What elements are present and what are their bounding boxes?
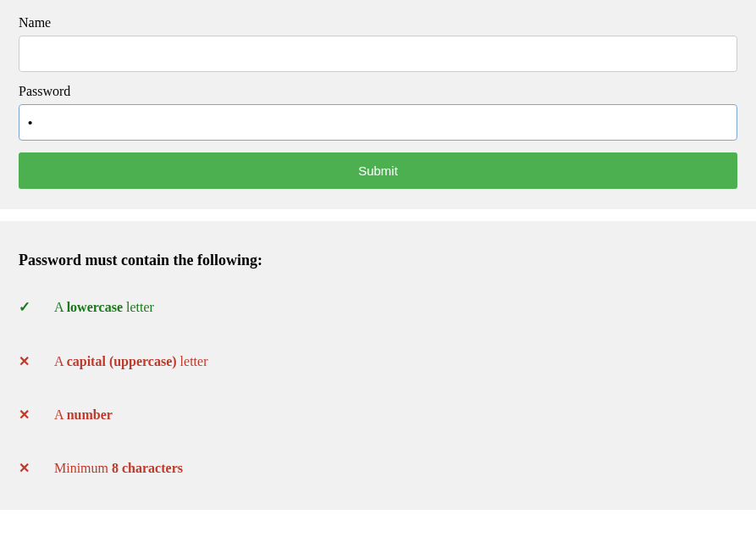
rules-list: ✓A lowercase letter✕A capital (uppercase…: [19, 298, 737, 476]
rule-item: ✕Minimum 8 characters: [19, 460, 737, 476]
rule-item: ✓A lowercase letter: [19, 298, 737, 316]
cross-icon: ✕: [19, 353, 54, 369]
submit-button[interactable]: Submit: [19, 152, 737, 189]
password-rules-panel: Password must contain the following: ✓A …: [0, 221, 756, 510]
name-label: Name: [19, 15, 737, 30]
cross-icon: ✕: [19, 460, 54, 476]
rule-item: ✕A number: [19, 407, 737, 423]
rule-text: A capital (uppercase) letter: [54, 354, 207, 369]
rule-text: A number: [54, 407, 113, 423]
rules-heading: Password must contain the following:: [19, 252, 737, 269]
form-panel: Name Password Submit: [0, 0, 756, 209]
rule-text: Minimum 8 characters: [54, 461, 183, 476]
rule-item: ✕A capital (uppercase) letter: [19, 353, 737, 369]
name-input[interactable]: [19, 36, 737, 72]
check-icon: ✓: [19, 298, 54, 316]
rule-text: A lowercase letter: [54, 300, 154, 315]
section-gap: [0, 209, 756, 221]
cross-icon: ✕: [19, 407, 54, 423]
password-label: Password: [19, 84, 737, 99]
password-input[interactable]: [19, 104, 737, 141]
